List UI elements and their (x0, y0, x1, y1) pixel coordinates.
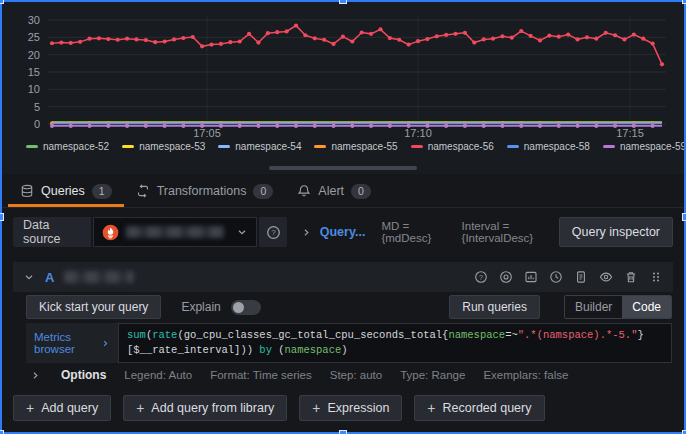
tab-label: Queries (41, 184, 85, 198)
builder-code-switch: Builder Code (564, 295, 672, 319)
selection-handle[interactable] (339, 430, 347, 434)
legend-item-namespace-58[interactable]: namespace-58 (507, 141, 590, 152)
option-summary: Step: auto (330, 369, 382, 381)
legend-item-namespace-59[interactable]: namespace-59 (603, 141, 686, 152)
query-ref-id[interactable]: A (45, 270, 54, 285)
add-query-button[interactable]: +Add query (13, 395, 111, 421)
timeseries-panel: 05101520253017:0517:1017:15 namespace-52… (2, 2, 684, 174)
add-query-from-library-button[interactable]: +Add query from library (123, 395, 287, 421)
query-editor: Metrics browser sum(rate(go_cpu_classes_… (26, 323, 672, 363)
copy-icon[interactable] (574, 270, 588, 284)
legend-color-dash (603, 145, 615, 148)
mode-code-button[interactable]: Code (622, 296, 671, 318)
legend-color-dash (122, 145, 134, 148)
prometheus-icon (102, 224, 119, 241)
option-summary: Exemplars: false (483, 369, 568, 381)
selection-handle[interactable] (0, 430, 4, 434)
explain-label: Explain (181, 300, 220, 314)
selection-handle[interactable] (682, 0, 686, 4)
plus-icon: + (312, 400, 320, 416)
svg-text:5: 5 (34, 101, 40, 113)
chevron-down-icon (236, 226, 248, 238)
datasource-select[interactable] (93, 217, 257, 247)
tab-label: Alert (318, 184, 344, 198)
datasource-row: Data source ? Query... MD = {mdDesc} Int… (13, 217, 673, 247)
datasource-label: Data source (13, 217, 91, 247)
save-chart-icon[interactable] (524, 270, 538, 284)
legend-item-namespace-54[interactable]: namespace-54 (218, 141, 301, 152)
legend-color-dash (218, 145, 230, 148)
panel-horizontal-scrollbar[interactable] (269, 166, 417, 170)
legend-item-namespace-52[interactable]: namespace-52 (26, 141, 109, 152)
legend-item-namespace-53[interactable]: namespace-53 (122, 141, 205, 152)
promql-code-input[interactable]: sum(rate(go_cpu_classes_gc_total_cpu_sec… (118, 323, 672, 363)
tab-transformations[interactable]: Transformations 0 (124, 178, 286, 207)
editor-tabs: Queries 1 Transformations 0 Alert 0 (0, 178, 686, 208)
legend-color-dash (26, 145, 38, 148)
svg-text:30: 30 (28, 14, 40, 26)
trash-icon[interactable] (624, 270, 638, 284)
selection-handle[interactable] (0, 0, 4, 4)
eye-icon[interactable] (599, 270, 613, 284)
timeseries-chart[interactable]: 05101520253017:0517:1017:15 (2, 6, 686, 142)
query-inspector-button[interactable]: Query inspector (559, 217, 673, 247)
tab-count-badge: 0 (253, 184, 273, 199)
transform-icon (136, 184, 150, 198)
datasource-name-redacted (126, 226, 224, 238)
legend-label: namespace-55 (331, 141, 397, 152)
svg-text:10: 10 (28, 83, 40, 95)
svg-text:17:15: 17:15 (616, 127, 644, 139)
legend-item-namespace-56[interactable]: namespace-56 (411, 141, 494, 152)
tab-queries[interactable]: Queries 1 (8, 178, 124, 207)
code-line: [$__rate_interval])) by (namespace) (127, 343, 663, 358)
code-line: sum(rate(go_cpu_classes_gc_total_cpu_sec… (127, 328, 663, 343)
svg-text:17:10: 17:10 (404, 127, 432, 139)
history-icon[interactable] (549, 270, 563, 284)
svg-text:17:05: 17:05 (193, 127, 221, 139)
svg-text:20: 20 (28, 49, 40, 61)
legend-item-namespace-55[interactable]: namespace-55 (314, 141, 397, 152)
selection-handle[interactable] (682, 213, 686, 221)
option-summary: Type: Range (400, 369, 465, 381)
help-icon[interactable]: ? (474, 270, 488, 284)
legend-label: namespace-56 (428, 141, 494, 152)
legend-label: namespace-52 (43, 141, 109, 152)
query-row-header[interactable]: A ? (13, 262, 673, 292)
query-row-actions: ? (474, 270, 663, 284)
option-summary: Format: Time series (210, 369, 312, 381)
tab-count-badge: 1 (92, 184, 112, 199)
grafana-panel-editor: { "chart_data": { "type": "line", "x_tic… (0, 0, 686, 434)
mode-builder-button[interactable]: Builder (565, 296, 622, 318)
tab-alert[interactable]: Alert 0 (285, 178, 383, 207)
legend-color-dash (314, 145, 326, 148)
selection-handle[interactable] (682, 430, 686, 434)
interval-desc-text: Interval = {IntervalDesc} (462, 220, 559, 244)
query-datasource-redacted (64, 271, 134, 283)
options-label[interactable]: Options (61, 368, 106, 382)
expression-button[interactable]: +Expression (299, 395, 402, 421)
tab-count-badge: 0 (351, 184, 371, 199)
record-icon[interactable] (499, 270, 513, 284)
run-queries-button[interactable]: Run queries (449, 295, 540, 319)
explain-toggle[interactable] (231, 300, 261, 315)
chevron-right-icon (301, 227, 312, 238)
legend-color-dash (507, 145, 519, 148)
options-row[interactable]: Options Legend: AutoFormat: Time seriesS… (30, 368, 568, 382)
metrics-browser-button[interactable]: Metrics browser (26, 323, 118, 363)
legend-label: namespace-59 (620, 141, 686, 152)
help-circle-icon: ? (266, 225, 281, 240)
chevron-down-icon[interactable] (23, 271, 35, 283)
selection-handle[interactable] (339, 0, 347, 4)
drag-handle-icon[interactable] (649, 270, 663, 284)
datasource-help-button[interactable]: ? (259, 217, 287, 247)
query-toolbar: Kick start your query Explain Run querie… (26, 295, 672, 319)
recorded-query-button[interactable]: +Recorded query (414, 395, 544, 421)
kick-start-query-button[interactable]: Kick start your query (26, 295, 161, 319)
query-options-link[interactable]: Query... (320, 225, 366, 239)
chart-legend: namespace-52 namespace-53 namespace-54 n… (26, 141, 680, 152)
bell-icon (297, 184, 311, 198)
metrics-browser-label: Metrics browser (34, 331, 97, 355)
legend-color-dash (411, 145, 423, 148)
plus-icon: + (427, 400, 435, 416)
selection-handle[interactable] (0, 213, 4, 221)
